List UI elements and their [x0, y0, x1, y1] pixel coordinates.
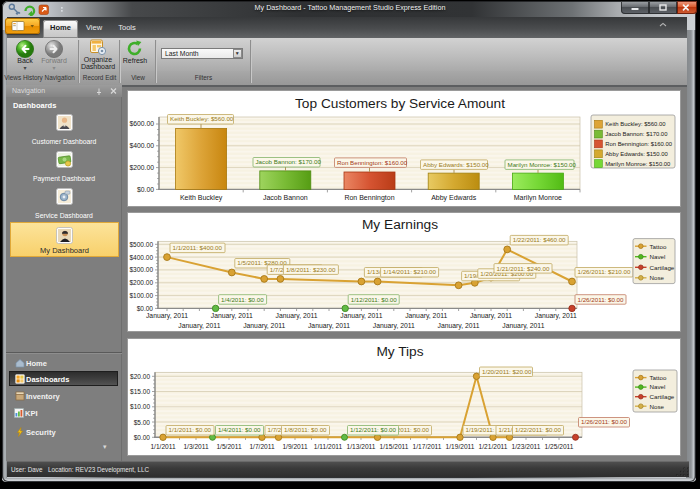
svg-text:January, 2011: January, 2011 [438, 322, 480, 330]
svg-text:Navel: Navel [650, 253, 666, 260]
svg-text:$0.00: $0.00 [137, 186, 154, 193]
svg-text:Marilyn Monroe: Marilyn Monroe [514, 194, 562, 202]
svg-text:Ron Bennington: $160.00: Ron Bennington: $160.00 [605, 141, 673, 147]
svg-text:Abby Edwards: Abby Edwards [431, 194, 477, 202]
svg-text:1/22/2011: $460.00: 1/22/2011: $460.00 [513, 236, 566, 243]
svg-text:January, 2011: January, 2011 [211, 312, 253, 320]
svg-text:$10.00: $10.00 [130, 403, 150, 410]
svg-text:Cartilage: Cartilage [650, 264, 675, 271]
svg-text:1/5/2011: 1/5/2011 [216, 443, 242, 450]
svg-text:January, 2011: January, 2011 [405, 312, 447, 320]
svg-text:1/17/2011: 1/17/2011 [413, 443, 442, 450]
svg-text:January, 2011: January, 2011 [146, 312, 188, 320]
svg-text:1/8/2011: $230.00: 1/8/2011: $230.00 [286, 266, 336, 273]
svg-text:$100.00: $100.00 [130, 292, 154, 299]
svg-text:Ron Bennington: $160.00: Ron Bennington: $160.00 [337, 159, 408, 166]
svg-text:1/20/2011: $20.00: 1/20/2011: $20.00 [482, 368, 532, 375]
svg-text:Marilyn Monroe: $150.00: Marilyn Monroe: $150.00 [605, 161, 671, 167]
svg-text:Tattoo: Tattoo [650, 243, 667, 250]
svg-text:1/19/2011: 1/19/2011 [446, 443, 475, 450]
svg-text:1/26/2011: $0.00: 1/26/2011: $0.00 [578, 296, 625, 303]
svg-text:1/25/2011: 1/25/2011 [545, 443, 574, 450]
svg-text:1/21/2011: 1/21/2011 [479, 443, 508, 450]
svg-text:1/1/2011: $400.00: 1/1/2011: $400.00 [173, 244, 223, 251]
svg-text:Jacob Bannon: Jacob Bannon [263, 194, 308, 201]
svg-text:$400.00: $400.00 [130, 254, 154, 261]
svg-text:1/22/2011: $0.00: 1/22/2011: $0.00 [515, 426, 562, 433]
svg-text:1/14/2011: $210.00: 1/14/2011: $210.00 [383, 268, 436, 275]
svg-text:Jacob Bannon: $170.00: Jacob Bannon: $170.00 [256, 158, 322, 165]
svg-text:$5.00: $5.00 [134, 419, 151, 426]
svg-text:$200.00: $200.00 [130, 279, 154, 286]
svg-text:Keith Buckley: $560.00: Keith Buckley: $560.00 [170, 115, 234, 122]
svg-text:1/8/2011: $0.00: 1/8/2011: $0.00 [284, 426, 327, 433]
svg-text:Jacob Bannon: $170.00: Jacob Bannon: $170.00 [605, 131, 668, 137]
svg-text:1/12/2011: $0.00: 1/12/2011: $0.00 [351, 296, 398, 303]
svg-text:January, 2011: January, 2011 [340, 312, 382, 320]
svg-text:1/13/2011: 1/13/2011 [347, 443, 376, 450]
svg-text:1/21/2011: $240.00: 1/21/2011: $240.00 [497, 265, 550, 272]
svg-text:Keith Buckley: Keith Buckley [180, 194, 223, 202]
svg-text:1/4/2011: $0.00: 1/4/2011: $0.00 [218, 426, 261, 433]
svg-text:My Earnings: My Earnings [362, 217, 438, 232]
svg-text:$500.00: $500.00 [130, 241, 154, 248]
svg-text:$20.00: $20.00 [130, 373, 150, 380]
svg-text:1/12/2011: $0.00: 1/12/2011: $0.00 [350, 426, 397, 433]
svg-text:$300.00: $300.00 [130, 266, 154, 273]
svg-text:My Tips: My Tips [376, 344, 423, 359]
svg-text:January, 2011: January, 2011 [276, 312, 318, 320]
svg-text:January, 2011: January, 2011 [178, 322, 220, 330]
svg-text:Nose: Nose [650, 274, 665, 281]
svg-text:Top Customers by Service Amoun: Top Customers by Service Amount [295, 96, 505, 111]
svg-text:1/1/2011: 1/1/2011 [150, 443, 176, 450]
svg-text:1/1/2011: $0.00: 1/1/2011: $0.00 [169, 426, 212, 433]
svg-text:Keith Buckley: $560.00: Keith Buckley: $560.00 [605, 121, 666, 127]
svg-text:January, 2011: January, 2011 [535, 312, 577, 320]
svg-text:$0.00: $0.00 [137, 305, 154, 312]
svg-text:1/26/2011: $0.00: 1/26/2011: $0.00 [581, 418, 628, 425]
svg-text:1/26/2011: $210.00: 1/26/2011: $210.00 [578, 268, 631, 275]
svg-text:$0.00: $0.00 [134, 434, 151, 441]
svg-text:Marilyn Monroe: $150.00: Marilyn Monroe: $150.00 [508, 161, 577, 168]
svg-text:1/4/2011: $0.00: 1/4/2011: $0.00 [221, 296, 264, 303]
svg-text:Tattoo: Tattoo [650, 374, 667, 381]
svg-text:$200.00: $200.00 [129, 164, 154, 171]
svg-text:January, 2011: January, 2011 [243, 322, 285, 330]
svg-text:January, 2011: January, 2011 [470, 312, 512, 320]
svg-text:1/23/2011: 1/23/2011 [512, 443, 541, 450]
svg-text:Abby Edwards: $150.00: Abby Edwards: $150.00 [423, 161, 489, 168]
svg-text:January, 2011: January, 2011 [502, 322, 544, 330]
svg-text:1/9/2011: 1/9/2011 [282, 443, 308, 450]
svg-text:1/11/2011: 1/11/2011 [314, 443, 343, 450]
svg-text:1/7/2011: 1/7/2011 [249, 443, 275, 450]
svg-text:Navel: Navel [650, 383, 666, 390]
svg-text:Abby Edwards: $150.00: Abby Edwards: $150.00 [605, 151, 668, 157]
svg-text:1/3/2011: 1/3/2011 [183, 443, 209, 450]
svg-text:Cartilage: Cartilage [650, 393, 675, 400]
svg-text:Nose: Nose [650, 403, 665, 410]
svg-text:January, 2011: January, 2011 [373, 322, 415, 330]
svg-text:1/15/2011: 1/15/2011 [380, 443, 409, 450]
svg-text:$15.00: $15.00 [130, 388, 150, 395]
svg-text:Ron Bennington: Ron Bennington [344, 194, 394, 202]
svg-text:January, 2011: January, 2011 [308, 322, 350, 330]
svg-text:$400.00: $400.00 [129, 142, 154, 149]
svg-text:$600.00: $600.00 [129, 120, 154, 127]
